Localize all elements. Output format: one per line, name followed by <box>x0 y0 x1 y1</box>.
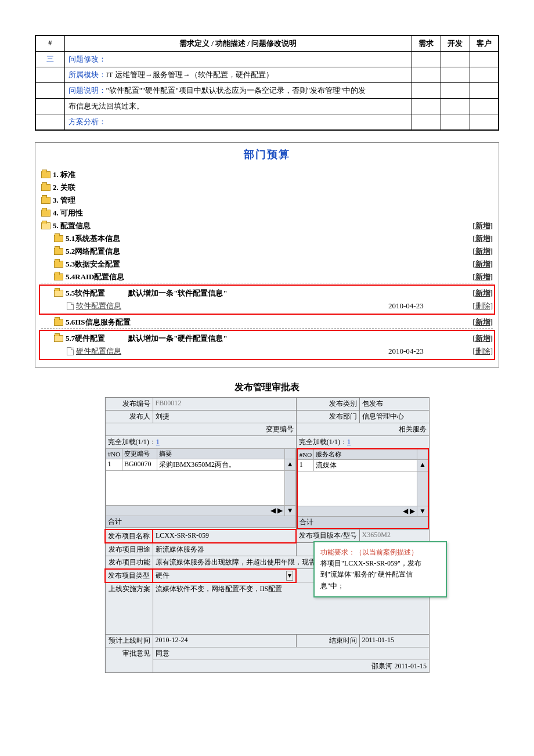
add-link[interactable]: [新增] <box>472 289 493 297</box>
row-1: 三 问题修改： <box>35 52 499 67</box>
col-cust-header: 客户 <box>470 35 499 52</box>
left-grid-cell: 完全加载(1/1)：1 #NO 变更编号 摘要 1 BG00070 采购IBMX… <box>105 436 296 530</box>
val-pub-type: 包发布 <box>359 398 429 411</box>
node-label: 5.4RAID配置信息 <box>66 272 458 282</box>
issue-text: "软件配置""硬件配置"项目中默认状态应为一条空记录，否则"发布管理"中的发 <box>106 86 366 95</box>
grid-row[interactable]: 1 BG00070 采购IBMX3650M2两台。 ▲ <box>106 459 295 471</box>
col-num-header: # <box>35 35 64 52</box>
module-cell: 所属模块：IT 运维管理→服务管理→（软件配置，硬件配置） <box>64 67 412 83</box>
feature-callout: 功能要求：（以当前案例描述） 将项目"LCXX-SR-SR-059"，发布 到"… <box>313 541 447 597</box>
tree-body: 1. 标准 2. 关联 3. 管理 4. 可用性 5. 配置信息[新增] 5.1… <box>35 166 499 367</box>
add-link[interactable]: [新增] <box>472 334 493 343</box>
lbl-end-time: 结束时间 <box>296 635 359 647</box>
folder-open-icon <box>54 335 63 342</box>
node-label: 5.1系统基本信息 <box>66 233 458 244</box>
row-5: 方案分析： <box>35 114 499 131</box>
callout-line3: 息"中； <box>320 581 440 592</box>
delete-link[interactable]: [删除] <box>472 301 493 310</box>
node-standard[interactable]: 1. 标准 <box>41 168 493 181</box>
file-link[interactable]: 硬件配置信息 <box>76 347 121 355</box>
val-approver: 邵泉河 2011-01-15 <box>153 660 430 673</box>
row-3: 问题说明："软件配置""硬件配置"项目中默认状态应为一条空记录，否则"发布管理"… <box>35 83 499 99</box>
scroll-up-icon[interactable]: ▲ <box>284 459 295 471</box>
delete-link[interactable]: [删除] <box>472 347 493 355</box>
grid-row[interactable]: 1 流媒体 ▲ <box>297 460 428 471</box>
scroll-up-icon[interactable]: ▲ <box>417 460 428 471</box>
file-link[interactable]: 软件配置信息 <box>76 301 121 310</box>
node-label: 5. 配置信息 <box>53 221 458 231</box>
node-network[interactable]: 5.2网络配置信息[新增] <box>41 245 493 258</box>
node-usability[interactable]: 4. 可用性 <box>41 207 493 219</box>
node-software[interactable]: 5.5软件配置 默认增加一条"软件配置信息" [新增] <box>41 287 493 300</box>
node-label: 2. 关联 <box>53 182 493 193</box>
load-right: 完全加载(1/1)：1 <box>297 436 429 448</box>
change-grid: #NO 变更编号 摘要 1 BG00070 采购IBMX3650M2两台。 ▲ … <box>106 448 296 528</box>
scroll-down-icon[interactable]: ▼ <box>284 506 295 516</box>
module-label: 所属模块： <box>68 70 106 79</box>
val-publisher: 刘捷 <box>153 411 296 423</box>
val-item-use: 新流媒体服务器 <box>153 543 296 556</box>
node-label: 5.3数据安全配置 <box>66 259 458 269</box>
issue-cont: 布信息无法回填过来。 <box>64 99 412 114</box>
load-left: 完全加载(1/1)：1 <box>106 436 296 448</box>
cell-service: 流媒体 <box>314 460 417 471</box>
col-req-header: 需求 <box>412 35 441 52</box>
load-left-link[interactable]: 1 <box>156 438 160 446</box>
load-right-link[interactable]: 1 <box>347 438 351 446</box>
add-link[interactable]: [新增] <box>472 234 493 243</box>
node-sysinfo[interactable]: 5.1系统基本信息[新增] <box>41 232 493 245</box>
file-date: 2010-04-23 <box>388 301 458 311</box>
col-dev-header: 开发 <box>441 35 470 52</box>
val-item-name: LCXX-SR-SR-059 <box>153 530 296 543</box>
callout-line2: 到"流媒体"服务的"硬件配置信 <box>320 569 440 580</box>
node-config[interactable]: 5. 配置信息[新增] <box>41 219 493 232</box>
lbl-pub-dept: 发布部门 <box>296 411 359 423</box>
node-label: 4. 可用性 <box>53 208 493 218</box>
dropdown-icon[interactable]: ▾ <box>286 571 293 581</box>
lbl-impl-plan: 上线实施方案 <box>105 582 153 635</box>
node-iis[interactable]: 5.6IIS信息服务配置[新增] <box>41 316 493 329</box>
add-link[interactable]: [新增] <box>472 247 493 255</box>
total-right: 合计 <box>297 517 428 529</box>
h-no: #NO <box>106 449 122 459</box>
node-label: 5.2网络配置信息 <box>66 246 458 257</box>
add-link[interactable]: [新增] <box>472 318 493 326</box>
add-link[interactable]: [新增] <box>472 260 493 268</box>
add-link[interactable]: [新增] <box>472 272 493 281</box>
folder-icon <box>54 273 63 280</box>
lbl-plan-time: 预计上线时间 <box>105 635 153 647</box>
val-pub-no: FB00012 <box>153 398 296 411</box>
cell-no-r: 1 <box>297 460 314 471</box>
val-item-type[interactable]: 硬件 ▾ <box>153 569 296 582</box>
file-software-config[interactable]: 软件配置信息 2010-04-23 [删除] <box>41 300 493 312</box>
folder-icon <box>54 235 63 242</box>
file-hardware-config[interactable]: 硬件配置信息 2010-04-23 [删除] <box>41 345 493 358</box>
service-grid: #NO 服务名称 1 流媒体 ▲ ◀ ▶▼ 合计 <box>297 448 429 529</box>
cell-no: 1 <box>106 459 122 471</box>
node-hardware[interactable]: 5.7硬件配置 默认增加一条"硬件配置信息" [新增] <box>41 332 493 345</box>
lbl-change-no: 变更编号 <box>105 423 296 436</box>
requirement-table: # 需求定义 / 功能描述 / 问题修改说明 需求 开发 客户 三 问题修改： … <box>35 35 499 131</box>
form-table: 发布编号 FB00012 发布类别 包发布 发布人 刘捷 发布部门 信息管理中心… <box>104 397 430 673</box>
lbl-item-type: 发布项目类型 <box>105 569 153 582</box>
val-plan-time: 2010-12-24 <box>153 635 296 647</box>
add-link[interactable]: [新增] <box>472 221 493 230</box>
right-grid-cell: 完全加载(1/1)：1 #NO 服务名称 1 流媒体 ▲ ◀ ▶▼ <box>296 436 429 530</box>
node-manage[interactable]: 3. 管理 <box>41 194 493 207</box>
scroll-col <box>284 449 295 459</box>
val-pub-dept: 信息管理中心 <box>359 411 429 423</box>
node-relation[interactable]: 2. 关联 <box>41 181 493 194</box>
lbl-pub-type: 发布类别 <box>296 398 359 411</box>
folder-icon <box>41 171 50 178</box>
lbl-pub-no: 发布编号 <box>105 398 153 411</box>
file-icon <box>67 302 74 310</box>
folder-icon <box>41 210 50 217</box>
node-datasec[interactable]: 5.3数据安全配置[新增] <box>41 258 493 271</box>
module-text: IT 运维管理→服务管理→（软件配置，硬件配置） <box>106 70 273 79</box>
h-code: 变更编号 <box>122 449 157 459</box>
scroll-down-icon[interactable]: ▼ <box>417 506 428 517</box>
file-icon <box>67 347 74 355</box>
tree-title: 部门预算 <box>35 143 499 166</box>
folder-open-icon <box>54 290 63 297</box>
node-raid[interactable]: 5.4RAID配置信息[新增] <box>41 271 493 283</box>
